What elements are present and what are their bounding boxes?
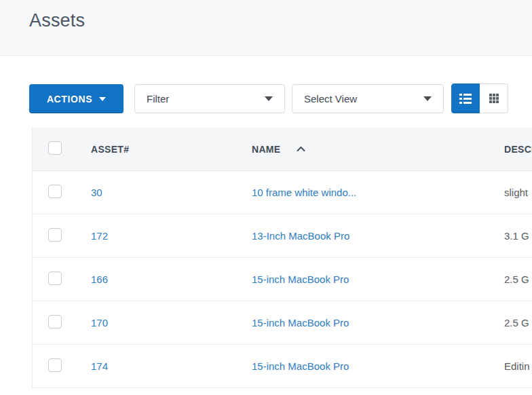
- select-view-dropdown-value: Select View: [304, 93, 357, 105]
- header-checkbox-cell: [33, 141, 91, 157]
- row-checkbox[interactable]: [48, 315, 62, 328]
- row-checkbox-cell: [33, 228, 91, 244]
- column-header-name[interactable]: NAME: [252, 144, 504, 155]
- select-view-dropdown[interactable]: Select View: [292, 84, 444, 113]
- asset-number-link[interactable]: 30: [91, 187, 252, 198]
- asset-number-link[interactable]: 172: [91, 230, 252, 242]
- caret-down-icon: [99, 97, 106, 101]
- asset-name-link[interactable]: 10 frame white windo...: [252, 187, 504, 198]
- row-checkbox[interactable]: [48, 185, 62, 198]
- select-all-checkbox[interactable]: [48, 141, 62, 155]
- asset-name-link[interactable]: 15-inch MacBook Pro: [252, 274, 504, 285]
- row-checkbox[interactable]: [48, 358, 62, 372]
- table-row: 30 10 frame white windo... slight: [33, 171, 532, 214]
- row-checkbox-cell: [33, 185, 91, 201]
- caret-down-icon: [423, 96, 432, 101]
- actions-button[interactable]: ACTIONS: [29, 84, 124, 113]
- asset-number-link[interactable]: 166: [91, 274, 252, 285]
- grid-view-icon: [489, 94, 499, 103]
- filter-dropdown-value: Filter: [147, 93, 169, 105]
- column-header-name-label: NAME: [252, 144, 280, 155]
- table-row: 174 15-inch MacBook Pro Editin: [33, 345, 532, 388]
- table-row: 170 15-inch MacBook Pro 2.5 G: [33, 301, 532, 345]
- row-checkbox-cell: [33, 271, 91, 288]
- list-view-icon: [459, 94, 472, 104]
- grid-view-button[interactable]: [480, 83, 508, 113]
- sort-ascending-icon: [297, 146, 305, 152]
- page-title: Assets: [29, 10, 85, 31]
- assets-table: ASSET# NAME DESCRIPTION 30 10 frame whit…: [32, 128, 532, 388]
- asset-description: slight: [504, 187, 532, 198]
- asset-name-link[interactable]: 15-inch MacBook Pro: [252, 317, 504, 328]
- asset-name-link[interactable]: 15-inch MacBook Pro: [252, 360, 504, 372]
- asset-description: Editin: [504, 360, 532, 372]
- assets-page: { "page": { "title": "Assets" }, "toolba…: [0, 0, 532, 395]
- table-row: 166 15-inch MacBook Pro 2.5 G: [33, 258, 532, 301]
- asset-number-link[interactable]: 170: [91, 317, 252, 328]
- column-header-description[interactable]: DESCRIPTION: [504, 144, 532, 155]
- view-toggle-group: [451, 83, 508, 113]
- row-checkbox-cell: [33, 315, 91, 331]
- table-row: 172 13-Inch MacBook Pro 3.1 G: [33, 214, 532, 258]
- table-header-row: ASSET# NAME DESCRIPTION: [33, 128, 532, 171]
- asset-description: 2.5 G: [504, 274, 532, 285]
- actions-button-label: ACTIONS: [47, 94, 92, 105]
- caret-down-icon: [265, 96, 273, 101]
- asset-description: 3.1 G: [504, 230, 532, 242]
- row-checkbox[interactable]: [48, 228, 62, 242]
- list-view-button[interactable]: [451, 83, 480, 113]
- asset-description: 2.5 G: [504, 317, 532, 328]
- asset-name-link[interactable]: 13-Inch MacBook Pro: [252, 230, 504, 242]
- row-checkbox[interactable]: [48, 271, 62, 285]
- asset-number-link[interactable]: 174: [91, 360, 252, 372]
- column-header-asset-number[interactable]: ASSET#: [91, 144, 252, 155]
- row-checkbox-cell: [33, 358, 91, 375]
- filter-dropdown[interactable]: Filter: [134, 84, 285, 113]
